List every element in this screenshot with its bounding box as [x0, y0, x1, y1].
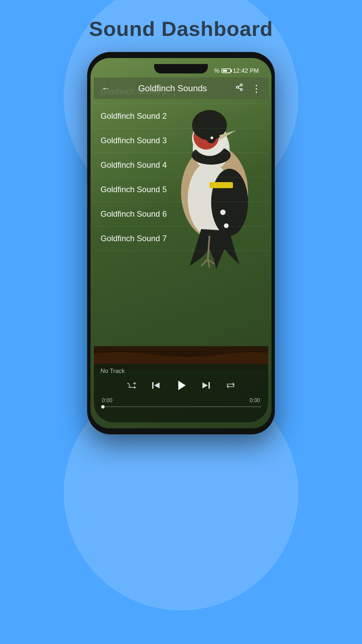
svg-line-21 [238, 88, 241, 89]
time-start: 0:00 [102, 397, 112, 404]
share-button[interactable] [233, 83, 245, 94]
svg-point-20 [240, 89, 242, 91]
app-bar-title: Goldfinch Sounds [117, 83, 229, 94]
shuffle-button[interactable] [124, 378, 139, 393]
volume-up-button [87, 119, 87, 139]
repeat-button[interactable] [223, 378, 238, 393]
progress-indicator [101, 405, 105, 409]
status-bar-right: % 12:42 PM [214, 67, 259, 74]
svg-point-19 [236, 86, 238, 88]
time-display: 12:42 PM [233, 67, 259, 74]
sound-item-3[interactable]: Goldfinch Sound 3 [94, 128, 268, 153]
sound-item-label-6: Goldfinch Sound 6 [101, 209, 167, 218]
back-button[interactable]: ← [100, 83, 112, 94]
play-button[interactable] [174, 378, 188, 393]
battery-icon [222, 68, 231, 73]
player-area: No Track [94, 364, 268, 422]
svg-rect-23 [152, 382, 154, 389]
svg-line-22 [238, 85, 241, 87]
sound-item-5[interactable]: Goldfinch Sound 5 [94, 177, 268, 202]
sound-item-4[interactable]: Goldfinch Sound 4 [94, 153, 268, 177]
signal-text: % [214, 67, 220, 74]
notch [154, 64, 208, 73]
page-title: Sound Dashboard [0, 17, 362, 41]
power-button [275, 146, 275, 186]
silent-button [87, 179, 87, 206]
sound-item-label-3: Goldfinch Sound 3 [101, 136, 167, 145]
sound-item-2[interactable]: Goldfinch Sound 2 [94, 104, 268, 128]
svg-point-18 [240, 84, 242, 86]
sound-item-6[interactable]: Goldfinch Sound 6 [94, 202, 268, 226]
no-track-label: No Track [101, 368, 261, 375]
player-controls [101, 378, 261, 393]
volume-down-button [87, 146, 87, 173]
prev-button[interactable] [149, 378, 164, 393]
sound-item-label-7: Goldfinch Sound 7 [101, 234, 167, 243]
phone-screen: % 12:42 PM ← Goldfinch Sounds [90, 58, 272, 428]
next-button[interactable] [198, 378, 213, 393]
sound-item-7[interactable]: Goldfinch Sound 7 [94, 226, 268, 251]
phone-mockup: % 12:42 PM ← Goldfinch Sounds [87, 52, 275, 434]
time-end: 0:00 [250, 397, 260, 404]
sound-list: Goldfinch Sound 1 Goldfinch Sound 2 Gold… [94, 79, 268, 361]
app-bar: ← Goldfinch Sounds ⋮ [94, 77, 268, 99]
sound-item-label-4: Goldfinch Sound 4 [101, 160, 167, 169]
sound-item-label-5: Goldfinch Sound 5 [101, 185, 167, 194]
svg-rect-24 [208, 382, 210, 389]
sound-item-label-2: Goldfinch Sound 2 [101, 111, 167, 120]
progress-bar[interactable] [101, 406, 261, 407]
time-row: 0:00 0:00 [101, 396, 261, 405]
overflow-menu-button[interactable]: ⋮ [250, 83, 262, 94]
